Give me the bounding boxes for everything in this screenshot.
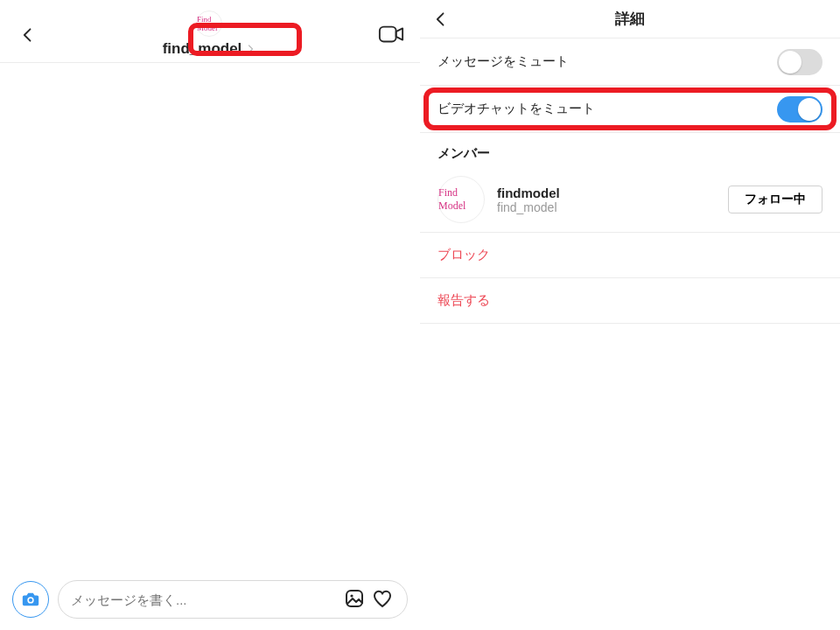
message-input[interactable] <box>71 592 339 607</box>
gallery-icon <box>344 588 365 609</box>
chat-header: Find Model find_model <box>0 0 420 63</box>
mute-video-row: ビデオチャットをミュート <box>420 86 840 133</box>
back-button[interactable] <box>16 23 40 47</box>
chat-screen: Find Model find_model <box>0 0 420 630</box>
mute-messages-toggle[interactable] <box>777 49 822 75</box>
mute-video-label: ビデオチャットをミュート <box>438 101 595 117</box>
svg-point-2 <box>29 598 32 602</box>
svg-rect-3 <box>346 591 362 606</box>
chat-title-group[interactable]: Find Model find_model <box>40 10 378 60</box>
video-icon <box>378 24 404 45</box>
report-row[interactable]: 報告する <box>420 278 840 324</box>
gallery-button[interactable] <box>344 588 367 611</box>
follow-button[interactable]: フォロー中 <box>728 186 822 214</box>
member-row: Find Model findmodel find_model フォロー中 <box>420 167 840 233</box>
svg-point-4 <box>350 594 353 597</box>
camera-icon <box>21 590 40 609</box>
chat-body <box>0 66 420 576</box>
member-display-name: findmodel <box>497 186 728 200</box>
video-call-button[interactable] <box>378 24 404 46</box>
like-button[interactable] <box>372 588 395 611</box>
svg-rect-0 <box>380 26 396 41</box>
details-title: 詳細 <box>615 9 645 29</box>
chat-avatar: Find Model <box>196 10 222 37</box>
composer-pill <box>58 580 408 619</box>
details-header: 詳細 <box>420 0 840 38</box>
camera-button[interactable] <box>12 581 49 618</box>
member-username: find_model <box>497 200 728 214</box>
chevron-left-icon <box>19 26 37 44</box>
member-text[interactable]: findmodel find_model <box>497 186 728 214</box>
message-composer <box>0 576 420 623</box>
chat-title: find_model <box>163 40 242 58</box>
details-screen: 詳細 メッセージをミュート ビデオチャットをミュート メンバー Find Mod… <box>420 0 840 630</box>
heart-icon <box>372 588 393 609</box>
chevron-left-icon <box>432 10 450 28</box>
back-button[interactable] <box>432 7 450 34</box>
mute-video-toggle[interactable] <box>777 96 822 122</box>
mute-messages-label: メッセージをミュート <box>438 53 569 70</box>
members-section-label: メンバー <box>420 133 840 167</box>
chevron-right-icon <box>245 41 256 57</box>
block-row[interactable]: ブロック <box>420 233 840 278</box>
mute-messages-row: メッセージをミュート <box>420 38 840 86</box>
member-avatar[interactable]: Find Model <box>438 176 485 223</box>
